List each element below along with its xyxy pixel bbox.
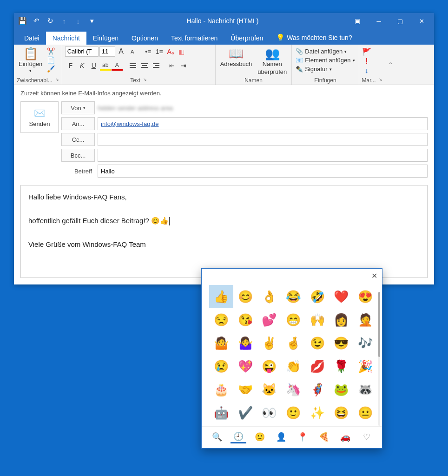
- emoji-cell[interactable]: 🐱: [257, 378, 281, 401]
- bcc-button[interactable]: Bcc...: [61, 149, 95, 162]
- emoji-cell[interactable]: 🤞: [281, 331, 305, 355]
- address-book-button[interactable]: 📖 Adressbuch: [218, 46, 254, 68]
- emoji-cell[interactable]: 🐸: [329, 378, 354, 401]
- emoji-cell[interactable]: 🦸: [305, 378, 329, 401]
- tab-review[interactable]: Überprüfen: [224, 32, 270, 45]
- collapse-ribbon-icon[interactable]: ⌃: [385, 45, 396, 85]
- numbering-icon[interactable]: 1≡: [154, 46, 165, 57]
- attach-item-button[interactable]: 📧 Element anfügen ▾: [295, 56, 356, 64]
- grow-font-icon[interactable]: A: [116, 46, 126, 57]
- tab-message[interactable]: Nachricht: [46, 32, 86, 45]
- emoji-cell[interactable]: 😆: [329, 401, 354, 424]
- clipboard-dialog-launcher-icon[interactable]: ↘: [55, 77, 59, 84]
- emoji-cell[interactable]: 🤝: [233, 378, 257, 401]
- copy-icon[interactable]: 📄: [47, 56, 55, 64]
- cut-icon[interactable]: ✂️: [47, 47, 55, 55]
- font-color-icon[interactable]: A: [112, 60, 123, 71]
- font-size-combo[interactable]: 11: [99, 46, 115, 57]
- tab-format-text[interactable]: Text formatieren: [165, 32, 224, 45]
- message-body[interactable]: Hallo liebe Windows-FAQ Fans, hoffentlic…: [20, 185, 428, 278]
- emoji-cell[interactable]: 😒: [209, 308, 233, 331]
- emoji-cell[interactable]: 😢: [209, 355, 233, 378]
- italic-button[interactable]: K: [77, 60, 88, 71]
- send-button[interactable]: ✉️ Senden: [20, 101, 59, 133]
- low-importance-icon[interactable]: ↓: [365, 66, 369, 75]
- emoji-cell[interactable]: 💖: [233, 355, 257, 378]
- emoji-picker-close-icon[interactable]: ✕: [202, 269, 382, 283]
- clear-formatting-icon[interactable]: ◧: [177, 46, 187, 57]
- emoji-cell[interactable]: 🎂: [209, 378, 233, 401]
- emoji-category-tab[interactable]: 🚗: [337, 430, 353, 443]
- shrink-font-icon[interactable]: A: [127, 46, 138, 57]
- emoji-cell[interactable]: ✔️: [233, 401, 257, 424]
- emoji-category-tab[interactable]: 🙂: [252, 430, 268, 443]
- to-button[interactable]: An...: [61, 117, 95, 130]
- signature-button[interactable]: ✒️ Signatur ▾: [295, 65, 356, 73]
- emoji-cell[interactable]: 😁: [281, 308, 305, 331]
- emoji-cell[interactable]: ✌️: [257, 331, 281, 355]
- increase-indent-icon[interactable]: ⇥: [178, 60, 189, 71]
- emoji-cell[interactable]: ✨: [305, 401, 329, 424]
- emoji-cell[interactable]: 😍: [353, 285, 377, 308]
- tab-file[interactable]: Datei: [18, 32, 46, 45]
- emoji-cell[interactable]: 🤣: [305, 285, 329, 308]
- save-icon[interactable]: 💾: [16, 14, 29, 27]
- minimize-icon[interactable]: ─: [368, 14, 389, 27]
- redo-icon[interactable]: ↻: [44, 14, 57, 27]
- ribbon-display-options-icon[interactable]: ▣: [347, 14, 368, 27]
- check-names-button[interactable]: 👥 Namen überprüfen: [256, 46, 289, 76]
- maximize-icon[interactable]: ▢: [389, 14, 411, 27]
- emoji-cell[interactable]: 🦄: [281, 378, 305, 401]
- format-painter-icon[interactable]: 🖌️: [47, 65, 55, 73]
- tell-me-search[interactable]: 💡 Was möchten Sie tun?: [270, 31, 358, 45]
- emoji-cell[interactable]: 👍: [209, 285, 233, 308]
- emoji-cell[interactable]: 😂: [281, 285, 305, 308]
- emoji-cell[interactable]: 🤦: [353, 308, 377, 331]
- emoji-scrollbar-thumb[interactable]: [378, 292, 380, 357]
- emoji-category-tab[interactable]: 👤: [273, 430, 289, 443]
- bullets-icon[interactable]: •≡: [143, 46, 153, 57]
- emoji-cell[interactable]: 👩: [329, 308, 354, 331]
- emoji-cell[interactable]: 🤖: [209, 401, 233, 424]
- subject-field[interactable]: Hallo: [98, 165, 428, 178]
- text-highlight-icon[interactable]: ab: [100, 60, 111, 71]
- bold-button[interactable]: F: [65, 60, 76, 71]
- emoji-category-tab[interactable]: 🍕: [316, 430, 332, 443]
- paste-button[interactable]: 📋 Einfügen ▾: [17, 46, 44, 74]
- high-importance-icon[interactable]: !: [365, 57, 368, 66]
- follow-up-flag-icon[interactable]: 🚩: [362, 47, 371, 56]
- emoji-category-tab[interactable]: 🔍: [209, 430, 225, 443]
- emoji-cell[interactable]: 💋: [305, 355, 329, 378]
- emoji-cell[interactable]: 😊: [233, 285, 257, 308]
- emoji-cell[interactable]: 👏: [281, 355, 305, 378]
- emoji-cell[interactable]: 👀: [257, 401, 281, 424]
- cc-button[interactable]: Cc...: [61, 133, 95, 146]
- qat-customize-icon[interactable]: ▾: [86, 14, 99, 27]
- emoji-cell[interactable]: 😘: [233, 308, 257, 331]
- emoji-cell[interactable]: 👌: [257, 285, 281, 308]
- text-dialog-launcher-icon[interactable]: ↘: [143, 77, 147, 84]
- emoji-cell[interactable]: ❤️: [329, 285, 354, 308]
- font-name-combo[interactable]: Calibri (T: [65, 46, 99, 57]
- align-center-icon[interactable]: [139, 60, 150, 71]
- close-icon[interactable]: ✕: [411, 14, 432, 27]
- emoji-scrollbar[interactable]: [378, 292, 380, 426]
- emoji-cell[interactable]: 🤷‍♀️: [233, 331, 257, 355]
- to-field[interactable]: info@windows-faq.de: [98, 117, 428, 130]
- tags-dialog-launcher-icon[interactable]: ↘: [379, 77, 382, 84]
- emoji-cell[interactable]: 🌹: [329, 355, 354, 378]
- emoji-category-tab[interactable]: 🕘: [231, 430, 246, 443]
- align-right-icon[interactable]: [151, 60, 162, 71]
- styles-icon[interactable]: Aₐ: [165, 46, 176, 57]
- emoji-cell[interactable]: 🤷: [209, 331, 233, 355]
- emoji-category-tab[interactable]: ♡: [359, 430, 375, 443]
- align-left-icon[interactable]: [127, 60, 138, 71]
- from-button[interactable]: Von ▾: [61, 101, 95, 114]
- tab-options[interactable]: Optionen: [125, 32, 165, 45]
- underline-button[interactable]: U: [88, 60, 99, 71]
- emoji-cell[interactable]: 🦝: [353, 378, 377, 401]
- emoji-cell[interactable]: 🙌: [305, 308, 329, 331]
- emoji-cell[interactable]: 😐: [353, 401, 377, 424]
- bcc-field[interactable]: [98, 149, 428, 162]
- emoji-cell[interactable]: 🎶: [353, 331, 377, 355]
